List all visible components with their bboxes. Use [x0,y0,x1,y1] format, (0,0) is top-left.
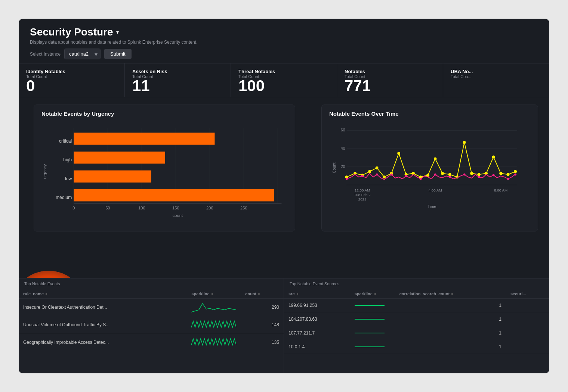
count-cell-3: 135 [241,334,284,351]
metric-uba-subtitle: Total Cou... [451,74,541,79]
metric-identity-value: 0 [26,77,35,95]
yl-dot-17 [463,141,466,144]
ml-dot-8 [449,176,451,178]
yl-dot-24 [514,170,517,173]
x-tick-50: 50 [105,206,110,210]
col-src[interactable]: src ⇕ [284,289,350,299]
y-tick-20: 20 [341,164,345,169]
bar-label-medium: medium [56,195,72,200]
yl-dot-13 [434,157,437,160]
col-securi[interactable]: securi... [506,289,549,299]
x-label-midnight: 12:00 AM [355,188,370,192]
table-row: 199.66.91.253 1 [284,299,549,312]
overtime-chart-card: Notable Events Over Time Count 60 40 20 [321,105,538,231]
yl-dot-21 [492,156,495,159]
top-event-sources-panel: Top Notable Event Sources src ⇕ sparklin… [284,278,549,373]
bar-label-high: high [63,157,72,162]
metric-threat-title: Threat Notables [238,69,329,74]
instance-select-wrapper[interactable]: catalina2 [64,49,101,59]
correlation-count-cell-4: 1 [395,340,506,354]
ml-dot-9 [463,173,466,175]
metric-assets-value: 11 [132,77,150,95]
bar-low [74,170,151,182]
metric-notables: Notables Total Count 771 [337,63,443,97]
yl-dot-6 [383,175,386,178]
sparkline-cell-1 [187,299,241,316]
table-row: Unusual Volume of Outbound Traffic By S.… [19,316,284,334]
metric-identity-notables: Identity Notables Total Count 0 [19,63,125,97]
col-correlation-count[interactable]: correlation_search_count ⇕ [395,289,506,299]
bar-label-low: low [65,176,72,181]
col-sparkline-left[interactable]: sparkline ⇕ [187,289,241,299]
y-tick-40: 40 [341,146,345,150]
col-count[interactable]: count ⇕ [241,289,284,299]
yl-dot-8 [397,152,400,155]
count-cell-1: 290 [241,299,284,316]
urgency-chart-body: urgency critical high [34,119,295,228]
ml-dot-13 [514,173,516,175]
y-tick-60: 60 [341,128,345,132]
metric-assets-title: Assets on Risk [132,69,223,74]
x-tick-150: 150 [172,206,179,210]
metrics-bar: Identity Notables Total Count 0 Assets o… [19,63,549,97]
sparkline-right-cell-4 [350,340,395,354]
urgency-bar-chart-svg: urgency critical high [40,121,289,223]
sparkline-svg-2 [191,319,236,330]
urgency-x-label: count [173,213,183,218]
yl-dot-15 [448,173,451,176]
ml-dot-6 [420,178,422,180]
yl-dot-5 [376,167,379,169]
yl-dot-14 [441,172,444,175]
sort-icon-sparkline-left: ⇕ [211,292,214,296]
page-subtitle: Displays data about notables and data re… [30,40,538,45]
title-dropdown-arrow[interactable]: ▾ [116,29,119,35]
yl-dot-12 [426,174,429,177]
metric-uba: UBA No... Total Cou... [443,63,549,97]
sparkline-right-cell-1 [350,299,395,312]
sparkline-svg-1 [191,302,236,313]
rule-name-cell-2: Unusual Volume of Outbound Traffic By S.… [19,316,187,334]
src-cell-2: 104.207.83.63 [284,312,350,326]
correlation-count-cell-2: 1 [395,312,506,326]
table-row: Geographically Improbable Access Detec..… [19,334,284,351]
metric-notables-title: Notables [345,69,435,74]
overtime-yellow-line [347,143,515,177]
overtime-chart-title: Notable Events Over Time [322,105,538,119]
overtime-magenta-line [347,173,515,180]
ml-dot-12 [507,178,509,180]
sort-icon-rule-name: ⇕ [45,292,48,296]
securi-cell-1 [506,299,549,312]
sparkline-cell-2 [187,316,241,334]
col-sparkline-right[interactable]: sparkline ⇕ [350,289,395,299]
x-tick-0: 0 [72,206,75,210]
content-area: Notable Events by Urgency urgency [19,97,549,373]
instance-select[interactable]: catalina2 [64,49,101,59]
urgency-y-label: urgency [43,164,47,179]
sparkline-right-cell-2 [350,312,395,326]
src-cell-4: 10.0.1.4 [284,340,350,354]
bar-high [74,152,165,164]
metric-threat-value: 100 [238,77,265,95]
ml-dot-4 [390,173,393,175]
correlation-count-cell-3: 1 [395,326,506,340]
securi-cell-2 [506,312,549,326]
x-label-year: 2021 [358,197,367,201]
yl-dot-19 [478,173,481,176]
overtime-line-chart-svg: Count 60 40 20 [327,121,532,223]
metric-uba-title: UBA No... [451,69,541,74]
col-rule-name[interactable]: rule_name ⇕ [19,289,187,299]
ml-dot-1 [346,178,348,180]
x-tick-100: 100 [138,206,145,210]
table-row: 107.77.211.7 1 [284,326,549,340]
submit-button[interactable]: Submit [104,49,131,59]
bar-label-critical: critical [59,139,72,144]
metric-notables-value: 771 [345,77,371,95]
yl-dot-23 [507,173,510,176]
table-row: Insecure Or Cleartext Authentication Det… [19,299,284,316]
rule-name-cell-3: Geographically Improbable Access Detec..… [19,334,187,351]
overtime-y-label: Count [332,162,336,173]
urgency-chart-title: Notable Events by Urgency [34,105,295,119]
sort-icon-src: ⇕ [296,292,299,296]
ml-dot-2 [361,175,364,177]
securi-cell-4 [506,340,549,354]
